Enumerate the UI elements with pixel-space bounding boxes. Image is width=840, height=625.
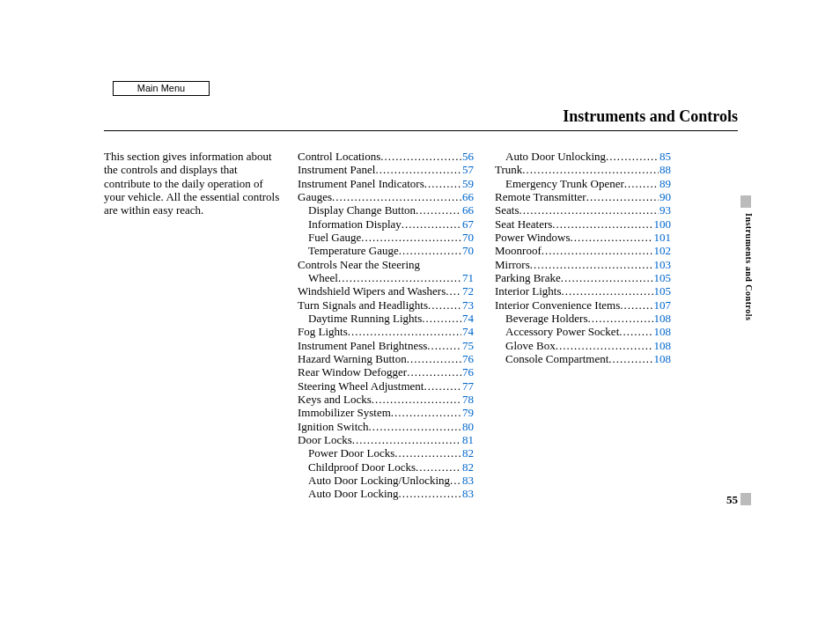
toc-page-link[interactable]: 70 [461,244,474,257]
toc-page-link[interactable]: 105 [653,284,672,298]
toc-label: Ignition Switch [298,420,369,433]
toc-page-link[interactable]: 103 [653,258,672,271]
toc-page-link[interactable]: 81 [461,433,474,446]
toc-row: Temperature Gauge70 [298,244,474,257]
toc-row: Interior Convenience Items107 [495,298,671,312]
toc-page-link[interactable]: 67 [461,217,474,231]
toc-page-link[interactable]: 66 [461,190,474,203]
toc-leader-dots [369,420,461,433]
toc-page-link[interactable]: 101 [653,231,672,244]
toc-leader-dots [446,284,461,298]
toc-label: Power Door Locks [308,446,394,460]
toc-page-link[interactable]: 100 [653,217,672,231]
toc-leader-dots [332,190,461,203]
toc-page-link[interactable]: 80 [461,420,474,433]
toc-leader-dots [380,150,461,163]
toc-page-link[interactable]: 72 [461,284,474,298]
toc-leader-dots [407,352,461,365]
toc-row: Steering Wheel Adjustment77 [298,379,474,393]
toc-page-link[interactable]: 105 [653,271,672,284]
toc-page-link[interactable]: 70 [461,231,474,244]
toc-row: Turn Signals and Headlights73 [298,298,474,312]
toc-leader-dots [552,217,652,231]
toc-leader-dots [606,150,659,163]
toc-page-link[interactable]: 71 [461,271,474,284]
toc-row: Parking Brake105 [495,271,671,284]
toc-row: Gauges66 [298,190,474,203]
toc-label: Glove Box [505,339,556,352]
toc-label: Auto Door Locking [308,487,399,500]
toc-leader-dots [348,325,461,338]
toc-leader-dots [399,487,461,500]
toc-label: Power Windows [495,231,571,244]
side-tab-marker [741,195,751,208]
toc-page-link[interactable]: 76 [461,352,474,365]
toc-row: Trunk88 [495,163,671,176]
toc-page-link[interactable]: 108 [653,312,672,325]
main-menu-button[interactable]: Main Menu [113,81,210,96]
side-tab-label: Instruments and Controls [744,213,754,320]
toc-page-link[interactable]: 89 [659,177,671,190]
toc-page-link[interactable]: 108 [653,352,672,365]
toc-label: Instrument Panel Brightness [298,339,427,352]
side-tab: Instruments and Controls [741,195,751,354]
toc-label: Auto Door Unlocking [505,150,606,163]
toc-row: Accessory Power Socket108 [495,325,671,338]
toc-leader-dots [372,393,461,406]
toc-leader-dots [391,406,461,419]
toc-leader-dots [519,203,659,217]
toc-page-link[interactable]: 75 [461,339,474,352]
toc-page-link[interactable]: 83 [461,487,474,500]
toc-page-link[interactable]: 108 [653,339,672,352]
toc-page-link[interactable]: 88 [659,163,671,176]
toc-row: Immobilizer System79 [298,406,474,419]
toc-leader-dots [399,244,461,257]
toc-page-link[interactable]: 74 [461,312,474,325]
toc-row: Fog Lights74 [298,325,474,338]
toc-page-link[interactable]: 82 [461,460,474,474]
toc-label: Auto Door Locking/Unlocking [308,474,450,487]
toc-page-link[interactable]: 56 [461,150,474,163]
toc-leader-dots [402,217,461,231]
title-divider [104,130,738,131]
toc-page-link[interactable]: 83 [461,474,474,487]
toc-page-link[interactable]: 73 [461,298,474,312]
toc-leader-dots [571,231,653,244]
toc-page-link[interactable]: 79 [461,406,474,419]
toc-page-link[interactable]: 85 [659,150,671,163]
toc-row: Moonroof102 [495,244,671,257]
toc-page-link[interactable]: 108 [653,325,672,338]
toc-row: Emergency Trunk Opener89 [495,177,671,190]
toc-page-link[interactable]: 90 [659,190,671,203]
toc-page-link[interactable]: 76 [461,365,474,379]
toc-leader-dots [338,271,461,284]
toc-label: Parking Brake [495,271,561,284]
toc-page-link[interactable]: 82 [461,446,474,460]
toc-row: Seats93 [495,203,671,217]
toc-row: Beverage Holders108 [495,312,671,325]
toc-page-link[interactable]: 102 [653,244,672,257]
page-number-marker [741,493,751,505]
toc-row: Door Locks81 [298,433,474,446]
intro-paragraph: This section gives information about the… [104,150,280,217]
toc-page-link[interactable]: 74 [461,325,474,338]
toc-label: Information Display [308,217,402,231]
toc-page-link[interactable]: 59 [461,177,474,190]
toc-page-link[interactable]: 107 [653,298,672,312]
toc-label: Daytime Running Lights [308,312,422,325]
toc-leader-dots [424,379,461,393]
page-title: Instruments and Controls [563,107,738,126]
toc-row: Console Compartment108 [495,352,671,365]
toc-page-link[interactable]: 77 [461,379,474,393]
toc-row: Remote Transmitter90 [495,190,671,203]
toc-leader-dots [530,258,653,271]
toc-label: Remote Transmitter [495,190,586,203]
toc-page-link[interactable]: 78 [461,393,474,406]
toc-row: Daytime Running Lights74 [298,312,474,325]
toc-leader-dots [561,271,653,284]
toc-label: Turn Signals and Headlights [298,298,428,312]
toc-page-link[interactable]: 57 [461,163,474,176]
toc-page-link[interactable]: 66 [461,203,474,217]
toc-label: Console Compartment [505,352,608,365]
toc-page-link[interactable]: 93 [659,203,671,217]
